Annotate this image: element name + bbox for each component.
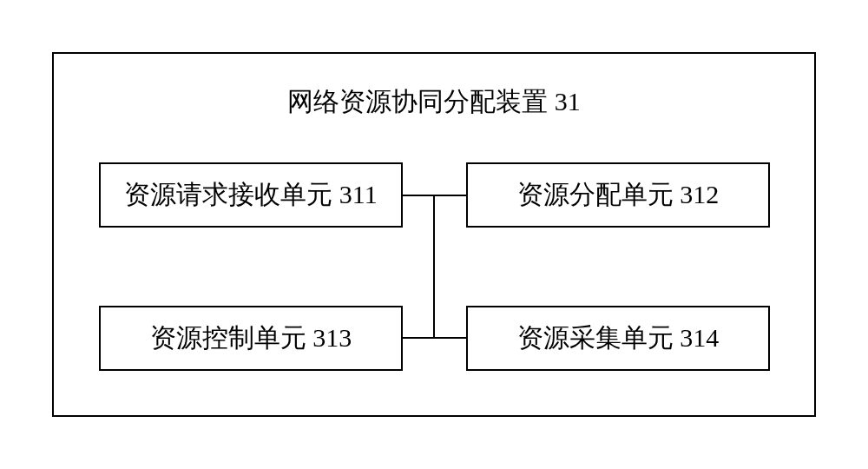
unit-label: 资源分配单元 312 <box>517 177 720 213</box>
connector-top <box>403 195 466 196</box>
connector-bottom <box>403 337 466 339</box>
device-container: 网络资源协同分配装置 31 资源请求接收单元 311 资源分配单元 312 资源… <box>52 52 816 417</box>
unit-box-311: 资源请求接收单元 311 <box>99 162 403 228</box>
unit-box-312: 资源分配单元 312 <box>466 162 770 228</box>
unit-box-313: 资源控制单元 313 <box>99 306 403 371</box>
device-title: 网络资源协同分配装置 31 <box>54 84 814 120</box>
unit-label: 资源采集单元 314 <box>517 320 720 356</box>
unit-label: 资源请求接收单元 311 <box>124 177 377 213</box>
connector-vertical <box>433 195 435 339</box>
unit-label: 资源控制单元 313 <box>150 320 352 356</box>
unit-box-314: 资源采集单元 314 <box>466 306 770 371</box>
